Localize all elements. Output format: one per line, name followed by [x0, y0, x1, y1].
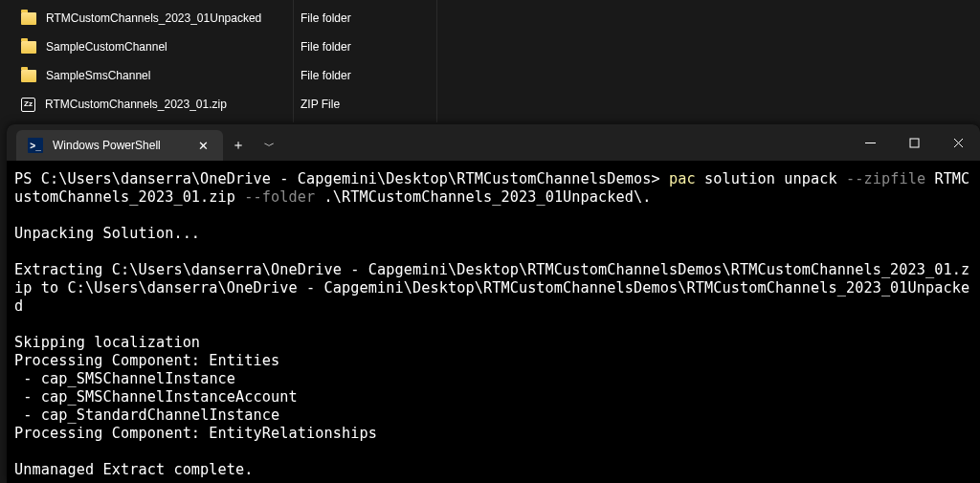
terminal-window: >_ Windows PowerShell ✕ ＋ ﹀ PS C:\Users\…: [7, 124, 980, 483]
svg-rect-1: [910, 139, 919, 147]
file-row[interactable]: Zz RTMCustomChannels_2023_01.zip ZIP Fil…: [0, 90, 980, 119]
powershell-icon: >_: [28, 138, 43, 153]
file-row[interactable]: SampleCustomChannel File folder: [0, 33, 980, 61]
maximize-button[interactable]: [892, 124, 936, 161]
output-line: Skipping localization: [14, 334, 200, 351]
file-name: SampleSmsChannel: [46, 69, 150, 82]
terminal-output[interactable]: PS C:\Users\danserra\OneDrive - Capgemin…: [7, 161, 980, 483]
file-row[interactable]: RTMCustomChannels_2023_01Unpacked File f…: [0, 4, 980, 33]
minimize-button[interactable]: [848, 124, 892, 161]
output-line: Extracting C:\Users\danserra\OneDrive - …: [14, 261, 969, 315]
prompt-path: C:\Users\danserra\OneDrive - Capgemini\D…: [41, 170, 652, 187]
tab-close-button[interactable]: ✕: [193, 137, 213, 155]
tab-title: Windows PowerShell: [53, 139, 184, 152]
folder-icon: [21, 41, 36, 54]
output-entity: cap_SMSChannelInstance: [41, 370, 235, 387]
file-name: RTMCustomChannels_2023_01Unpacked: [46, 11, 261, 25]
command-flag: --folder: [244, 188, 315, 206]
file-explorer-listing: RTMCustomChannels_2023_01Unpacked File f…: [0, 0, 980, 119]
file-name: SampleCustomChannel: [46, 40, 167, 54]
tab-powershell[interactable]: >_ Windows PowerShell ✕: [16, 130, 223, 161]
command-flag: --zipfile: [846, 170, 925, 187]
titlebar[interactable]: >_ Windows PowerShell ✕ ＋ ﹀: [7, 124, 980, 161]
file-type: File folder: [295, 69, 980, 82]
new-tab-button[interactable]: ＋: [223, 130, 254, 161]
output-line: Processing Component: EntityRelationship…: [14, 425, 377, 442]
close-button[interactable]: [936, 124, 980, 161]
output-line: Unpacking Solution...: [14, 225, 200, 242]
command-args: .\RTMCustomChannels_2023_01Unpacked\.: [315, 188, 651, 206]
zip-icon: Zz: [21, 98, 35, 112]
folder-icon: [21, 70, 36, 82]
tab-dropdown-button[interactable]: ﹀: [254, 130, 284, 161]
output-line: Unmanaged Extract complete.: [14, 461, 254, 478]
file-type: ZIP File: [295, 98, 980, 111]
folder-icon: [21, 12, 36, 25]
file-type: File folder: [295, 11, 980, 25]
prompt-prefix: PS: [14, 170, 41, 187]
output-line: Processing Component: Entities: [14, 352, 279, 369]
command-args: solution unpack: [696, 170, 846, 187]
command-name: pac: [669, 170, 696, 187]
output-entity: cap_SMSChannelInstanceAccount: [41, 388, 298, 406]
file-name: RTMCustomChannels_2023_01.zip: [45, 98, 227, 111]
file-type: File folder: [295, 40, 980, 54]
output-entity: cap_StandardChannelInstance: [41, 406, 280, 424]
file-row[interactable]: SampleSmsChannel File folder: [0, 61, 980, 90]
